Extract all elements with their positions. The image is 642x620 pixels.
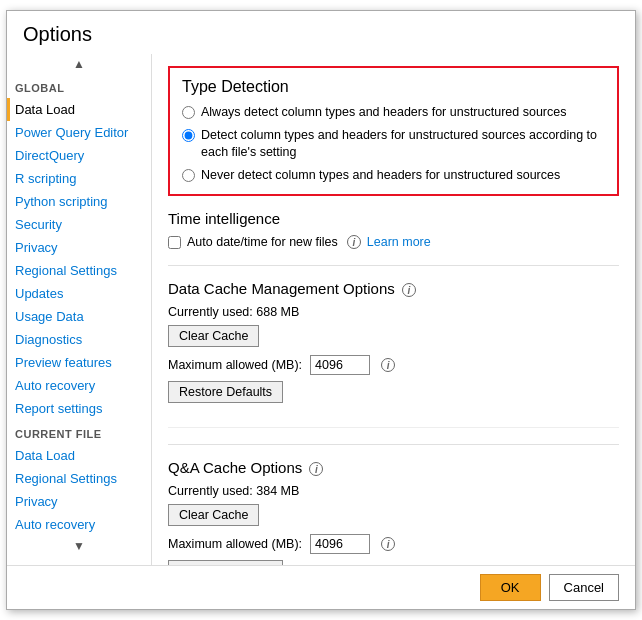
data-cache-used: Currently used: 688 MB bbox=[168, 305, 619, 319]
type-detection-radio-group: Always detect column types and headers f… bbox=[182, 104, 605, 184]
sidebar-item-usage-data[interactable]: Usage Data bbox=[7, 305, 151, 328]
sidebar-scroll-down[interactable]: ▼ bbox=[7, 536, 151, 556]
sidebar-item-security[interactable]: Security bbox=[7, 213, 151, 236]
radio-per-file-label: Detect column types and headers for unst… bbox=[201, 127, 605, 162]
qa-cache-section: Q&A Cache Options i Currently used: 384 … bbox=[168, 459, 619, 565]
data-cache-section: Data Cache Management Options i Currentl… bbox=[168, 280, 619, 428]
data-cache-title: Data Cache Management Options i bbox=[168, 280, 619, 297]
type-detection-option-always[interactable]: Always detect column types and headers f… bbox=[182, 104, 605, 122]
qa-cache-info-icon: i bbox=[309, 462, 323, 476]
dialog-title: Options bbox=[7, 11, 635, 54]
qa-cache-max-label: Maximum allowed (MB): bbox=[168, 537, 302, 551]
auto-datetime-label: Auto date/time for new files bbox=[187, 235, 338, 249]
sidebar-item-privacy[interactable]: Privacy bbox=[7, 236, 151, 259]
sidebar-item-power-query-editor[interactable]: Power Query Editor bbox=[7, 121, 151, 144]
options-dialog: Options ▲ GLOBAL Data Load Power Query E… bbox=[6, 10, 636, 610]
dialog-body: ▲ GLOBAL Data Load Power Query Editor Di… bbox=[7, 54, 635, 565]
data-cache-max-row: Maximum allowed (MB): i bbox=[168, 355, 619, 375]
current-file-section-label: CURRENT FILE bbox=[7, 420, 151, 444]
ok-button[interactable]: OK bbox=[480, 574, 541, 601]
auto-datetime-checkbox[interactable] bbox=[168, 236, 181, 249]
type-detection-section: Type Detection Always detect column type… bbox=[168, 66, 619, 196]
sidebar-item-data-load[interactable]: Data Load bbox=[7, 98, 151, 121]
learn-more-link[interactable]: Learn more bbox=[367, 235, 431, 249]
radio-per-file[interactable] bbox=[182, 129, 195, 142]
sidebar-item-python-scripting[interactable]: Python scripting bbox=[7, 190, 151, 213]
sidebar-item-r-scripting[interactable]: R scripting bbox=[7, 167, 151, 190]
qa-cache-max-input[interactable] bbox=[310, 534, 370, 554]
sidebar-item-report-settings[interactable]: Report settings bbox=[7, 397, 151, 420]
time-intelligence-title: Time intelligence bbox=[168, 210, 619, 227]
type-detection-option-never[interactable]: Never detect column types and headers fo… bbox=[182, 167, 605, 185]
sidebar-item-regional-settings[interactable]: Regional Settings bbox=[7, 259, 151, 282]
qa-cache-restore-button[interactable]: Restore Defaults bbox=[168, 560, 283, 565]
auto-datetime-row: Auto date/time for new files i Learn mor… bbox=[168, 235, 619, 249]
cancel-button[interactable]: Cancel bbox=[549, 574, 619, 601]
radio-never-label: Never detect column types and headers fo… bbox=[201, 167, 560, 185]
qa-cache-title: Q&A Cache Options i bbox=[168, 459, 619, 476]
radio-always-label: Always detect column types and headers f… bbox=[201, 104, 566, 122]
radio-always[interactable] bbox=[182, 106, 195, 119]
type-detection-option-per-file[interactable]: Detect column types and headers for unst… bbox=[182, 127, 605, 162]
data-cache-info-icon: i bbox=[402, 283, 416, 297]
sidebar-item-diagnostics[interactable]: Diagnostics bbox=[7, 328, 151, 351]
sidebar-item-cf-privacy[interactable]: Privacy bbox=[7, 490, 151, 513]
global-section-label: GLOBAL bbox=[7, 74, 151, 98]
qa-cache-clear-button[interactable]: Clear Cache bbox=[168, 504, 259, 526]
divider-2 bbox=[168, 444, 619, 445]
sidebar-item-directquery[interactable]: DirectQuery bbox=[7, 144, 151, 167]
data-cache-restore-button[interactable]: Restore Defaults bbox=[168, 381, 283, 403]
sidebar-item-updates[interactable]: Updates bbox=[7, 282, 151, 305]
sidebar-item-preview-features[interactable]: Preview features bbox=[7, 351, 151, 374]
qa-cache-max-row: Maximum allowed (MB): i bbox=[168, 534, 619, 554]
sidebar-item-cf-auto-recovery[interactable]: Auto recovery bbox=[7, 513, 151, 536]
type-detection-title: Type Detection bbox=[182, 78, 605, 96]
divider-1 bbox=[168, 265, 619, 266]
sidebar-item-cf-data-load[interactable]: Data Load bbox=[7, 444, 151, 467]
data-cache-max-info-icon: i bbox=[381, 358, 395, 372]
dialog-footer: OK Cancel bbox=[7, 565, 635, 609]
main-content: Type Detection Always detect column type… bbox=[152, 54, 635, 565]
sidebar-scroll-up[interactable]: ▲ bbox=[7, 54, 151, 74]
time-intelligence-section: Time intelligence Auto date/time for new… bbox=[168, 210, 619, 249]
data-cache-clear-button[interactable]: Clear Cache bbox=[168, 325, 259, 347]
sidebar: ▲ GLOBAL Data Load Power Query Editor Di… bbox=[7, 54, 152, 565]
data-cache-max-input[interactable] bbox=[310, 355, 370, 375]
sidebar-item-auto-recovery[interactable]: Auto recovery bbox=[7, 374, 151, 397]
time-intelligence-info-icon: i bbox=[347, 235, 361, 249]
sidebar-item-cf-regional-settings[interactable]: Regional Settings bbox=[7, 467, 151, 490]
data-cache-max-label: Maximum allowed (MB): bbox=[168, 358, 302, 372]
radio-never[interactable] bbox=[182, 169, 195, 182]
qa-cache-max-info-icon: i bbox=[381, 537, 395, 551]
qa-cache-used: Currently used: 384 MB bbox=[168, 484, 619, 498]
